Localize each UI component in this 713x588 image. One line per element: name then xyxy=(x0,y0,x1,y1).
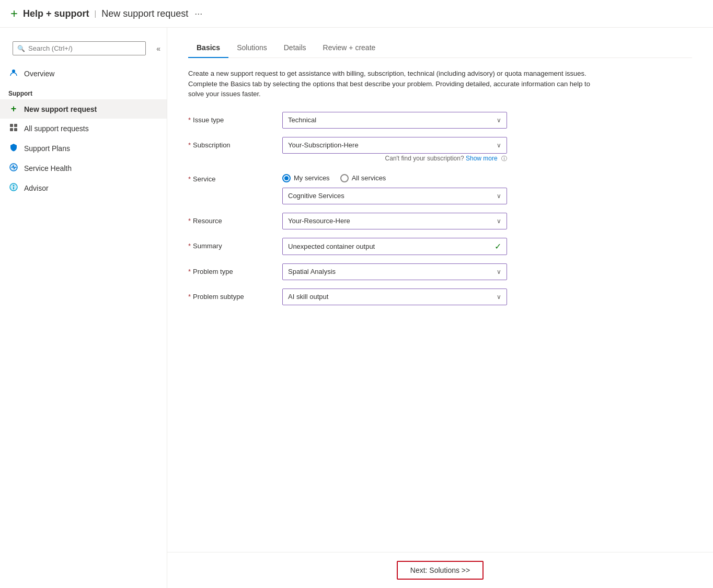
plans-label: Support Plans xyxy=(24,144,70,153)
subscription-control: Your-Subscription-Here ∨ Can't find your… xyxy=(282,137,507,163)
service-value: Cognitive Services xyxy=(288,192,344,200)
problem-subtype-label: *Problem subtype xyxy=(188,289,282,301)
show-more-link[interactable]: Show more xyxy=(466,155,498,162)
search-box[interactable]: 🔍 xyxy=(13,41,146,55)
more-options-icon[interactable]: ··· xyxy=(194,8,202,19)
subscription-label: *Subscription xyxy=(188,137,282,149)
help-plus-icon: + xyxy=(10,6,18,21)
page-subtitle: New support request xyxy=(101,8,188,19)
summary-row: *Summary ✓ xyxy=(188,238,692,255)
new-support-label: New support request xyxy=(24,105,97,113)
problem-type-control: Spatial Analysis ∨ xyxy=(282,263,507,280)
problem-subtype-chevron-icon: ∨ xyxy=(497,293,501,301)
description-line2: Complete the Basics tab by selecting the… xyxy=(188,80,590,98)
sidebar-item-new-support[interactable]: + New support request xyxy=(0,99,167,119)
form-description: Create a new support request to get assi… xyxy=(188,68,596,99)
issue-type-value: Technical xyxy=(288,116,316,124)
problem-type-value: Spatial Analysis xyxy=(288,268,336,275)
support-section-label: Support xyxy=(0,84,167,99)
tab-review-create[interactable]: Review + create xyxy=(315,38,384,58)
resource-dropdown[interactable]: Your-Resource-Here ∨ xyxy=(282,213,507,229)
resource-value: Your-Resource-Here xyxy=(288,217,350,225)
service-chevron-icon: ∨ xyxy=(497,192,501,200)
subscription-chevron-icon: ∨ xyxy=(497,142,501,149)
resource-label: *Resource xyxy=(188,213,282,225)
resource-control: Your-Resource-Here ∨ xyxy=(282,213,507,229)
tab-details[interactable]: Details xyxy=(275,38,315,58)
svg-rect-2 xyxy=(14,124,17,127)
plans-icon xyxy=(8,143,19,154)
subscription-value: Your-Subscription-Here xyxy=(288,141,359,149)
problem-type-dropdown[interactable]: Spatial Analysis ∨ xyxy=(282,263,507,280)
svg-rect-1 xyxy=(10,124,13,127)
radio-all-services-label: All services xyxy=(352,174,386,182)
overview-icon xyxy=(8,68,19,79)
summary-control: ✓ xyxy=(282,238,507,255)
summary-check-icon: ✓ xyxy=(494,241,501,251)
issue-type-dropdown[interactable]: Technical ∨ xyxy=(282,112,507,129)
subscription-hint: Can't find your subscription? Show more … xyxy=(282,155,507,163)
advisor-label: Advisor xyxy=(24,184,49,192)
all-support-label: All support requests xyxy=(24,124,89,133)
sidebar-item-overview[interactable]: Overview xyxy=(0,64,167,84)
problem-type-chevron-icon: ∨ xyxy=(497,268,501,275)
problem-type-label: *Problem type xyxy=(188,263,282,275)
issue-type-control: Technical ∨ xyxy=(282,112,507,129)
new-support-icon: + xyxy=(8,103,19,114)
sidebar: 🔍 « Overview Support + New support reque… xyxy=(0,28,167,588)
svg-rect-3 xyxy=(10,128,13,131)
tab-basics[interactable]: Basics xyxy=(188,38,228,58)
resource-row: *Resource Your-Resource-Here ∨ xyxy=(188,213,692,229)
problem-subtype-value: AI skill output xyxy=(288,293,328,301)
tabs-bar: Basics Solutions Details Review + create xyxy=(188,38,692,58)
advisor-icon xyxy=(8,182,19,194)
description-line1: Create a new support request to get assi… xyxy=(188,70,586,77)
issue-type-label: *Issue type xyxy=(188,112,282,124)
summary-input-wrapper: ✓ xyxy=(282,238,507,255)
health-label: Service Health xyxy=(24,164,72,172)
content-area: Basics Solutions Details Review + create… xyxy=(167,28,713,588)
problem-subtype-control: AI skill output ∨ xyxy=(282,289,507,305)
problem-subtype-row: *Problem subtype AI skill output ∨ xyxy=(188,289,692,305)
service-label: *Service xyxy=(188,171,282,183)
next-solutions-button[interactable]: Next: Solutions >> xyxy=(397,561,484,580)
subscription-dropdown[interactable]: Your-Subscription-Here ∨ xyxy=(282,137,507,154)
problem-subtype-dropdown[interactable]: AI skill output ∨ xyxy=(282,289,507,305)
overview-label: Overview xyxy=(24,70,54,78)
radio-my-services-label: My services xyxy=(294,174,330,182)
radio-all-services[interactable]: All services xyxy=(340,174,386,182)
svg-point-7 xyxy=(13,185,15,187)
subscription-row: *Subscription Your-Subscription-Here ∨ C… xyxy=(188,137,692,163)
issue-type-chevron-icon: ∨ xyxy=(497,117,501,124)
title-separator: | xyxy=(95,9,97,18)
radio-my-services-circle xyxy=(282,174,291,182)
support-form: *Issue type Technical ∨ *Subscription xyxy=(188,112,692,305)
service-radio-group: My services All services xyxy=(282,171,507,182)
all-support-icon xyxy=(8,123,19,134)
problem-type-row: *Problem type Spatial Analysis ∨ xyxy=(188,263,692,280)
collapse-button[interactable]: « xyxy=(156,44,160,53)
summary-label: *Summary xyxy=(188,238,282,250)
radio-my-services[interactable]: My services xyxy=(282,174,330,182)
main-content: Basics Solutions Details Review + create… xyxy=(167,28,713,552)
summary-input[interactable] xyxy=(288,243,494,250)
svg-rect-4 xyxy=(14,128,17,131)
sidebar-item-advisor[interactable]: Advisor xyxy=(0,178,167,198)
search-input[interactable] xyxy=(28,44,141,52)
search-icon: 🔍 xyxy=(17,45,25,52)
service-control: My services All services Cognitive Servi… xyxy=(282,171,507,204)
main-layout: 🔍 « Overview Support + New support reque… xyxy=(0,28,713,588)
svg-point-0 xyxy=(12,70,15,73)
svg-rect-8 xyxy=(13,187,14,190)
issue-type-row: *Issue type Technical ∨ xyxy=(188,112,692,129)
sidebar-item-health[interactable]: Service Health xyxy=(0,158,167,178)
service-row: *Service My services All services xyxy=(188,171,692,204)
resource-chevron-icon: ∨ xyxy=(497,217,501,225)
health-icon xyxy=(8,163,19,174)
page-header: + Help + support | New support request ·… xyxy=(0,0,713,28)
tab-solutions[interactable]: Solutions xyxy=(228,38,275,58)
sidebar-item-plans[interactable]: Support Plans xyxy=(0,139,167,158)
bottom-bar: Next: Solutions >> xyxy=(167,552,713,588)
service-dropdown[interactable]: Cognitive Services ∨ xyxy=(282,188,507,204)
sidebar-item-all-support[interactable]: All support requests xyxy=(0,119,167,139)
